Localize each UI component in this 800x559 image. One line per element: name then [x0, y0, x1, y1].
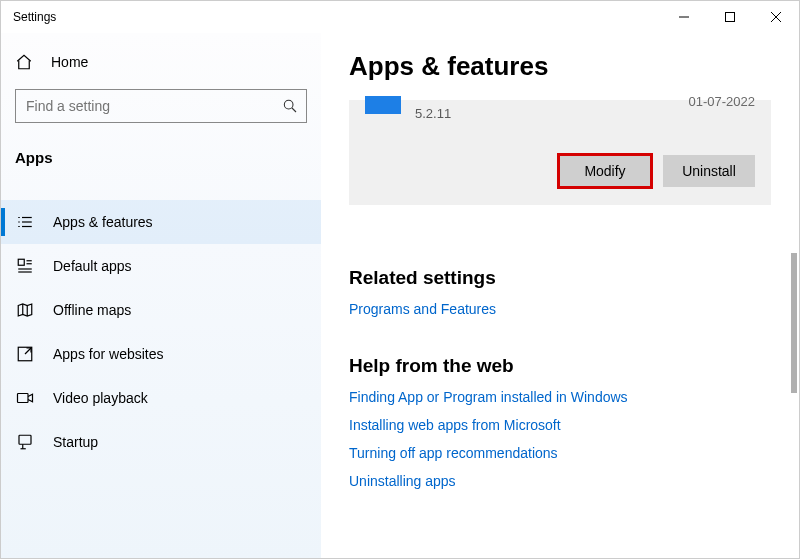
list-icon	[15, 213, 35, 231]
map-icon	[15, 301, 35, 319]
help-heading: Help from the web	[349, 355, 771, 377]
svg-rect-1	[726, 13, 735, 22]
title-bar: Settings	[1, 1, 799, 33]
close-button[interactable]	[753, 1, 799, 33]
link-installing-web-apps[interactable]: Installing web apps from Microsoft	[349, 417, 771, 433]
link-turning-off-recommendations[interactable]: Turning off app recommendations	[349, 445, 771, 461]
default-apps-icon	[15, 257, 35, 275]
minimize-button[interactable]	[661, 1, 707, 33]
window-controls	[661, 1, 799, 33]
sidebar-item-label: Default apps	[53, 258, 132, 274]
sidebar-section-title: Apps	[1, 131, 321, 176]
sidebar-nav: Apps & features Default apps Offline map…	[1, 200, 321, 464]
app-install-date: 01-07-2022	[689, 94, 756, 109]
home-button[interactable]: Home	[1, 43, 321, 81]
sidebar-item-label: Apps & features	[53, 214, 153, 230]
svg-rect-21	[18, 394, 29, 403]
window-title: Settings	[13, 10, 56, 24]
svg-rect-22	[19, 435, 31, 444]
sidebar-item-startup[interactable]: Startup	[1, 420, 321, 464]
related-settings-heading: Related settings	[349, 267, 771, 289]
startup-icon	[15, 433, 35, 451]
link-programs-and-features[interactable]: Programs and Features	[349, 301, 771, 317]
app-entry[interactable]: 5.2.11 01-07-2022 Modify Uninstall	[349, 100, 771, 205]
sidebar-item-label: Apps for websites	[53, 346, 164, 362]
home-icon	[15, 53, 35, 71]
svg-line-5	[292, 108, 296, 112]
sidebar-item-offline-maps[interactable]: Offline maps	[1, 288, 321, 332]
svg-line-20	[25, 348, 31, 354]
content-pane: Apps & features 5.2.11 01-07-2022 Modify…	[321, 33, 799, 559]
app-icon	[365, 96, 401, 114]
search-input[interactable]	[15, 89, 307, 123]
modify-button[interactable]: Modify	[559, 155, 651, 187]
scrollbar-thumb[interactable]	[791, 253, 797, 393]
uninstall-button[interactable]: Uninstall	[663, 155, 755, 187]
sidebar-item-apps-for-websites[interactable]: Apps for websites	[1, 332, 321, 376]
search-field[interactable]	[26, 98, 272, 114]
minimize-icon	[679, 12, 689, 22]
app-version: 5.2.11	[415, 100, 451, 121]
sidebar: Home Apps Apps & features	[1, 33, 321, 559]
svg-point-4	[284, 100, 293, 109]
maximize-button[interactable]	[707, 1, 753, 33]
maximize-icon	[725, 12, 735, 22]
video-icon	[15, 389, 35, 407]
close-icon	[771, 12, 781, 22]
sidebar-item-apps-features[interactable]: Apps & features	[1, 200, 321, 244]
sidebar-item-label: Video playback	[53, 390, 148, 406]
page-title: Apps & features	[349, 51, 771, 82]
sidebar-item-label: Offline maps	[53, 302, 131, 318]
link-finding-app[interactable]: Finding App or Program installed in Wind…	[349, 389, 771, 405]
open-external-icon	[15, 345, 35, 363]
sidebar-item-video-playback[interactable]: Video playback	[1, 376, 321, 420]
sidebar-item-default-apps[interactable]: Default apps	[1, 244, 321, 288]
sidebar-item-label: Startup	[53, 434, 98, 450]
svg-rect-12	[18, 259, 24, 265]
search-icon	[282, 98, 298, 114]
home-label: Home	[51, 54, 88, 70]
link-uninstalling-apps[interactable]: Uninstalling apps	[349, 473, 771, 489]
